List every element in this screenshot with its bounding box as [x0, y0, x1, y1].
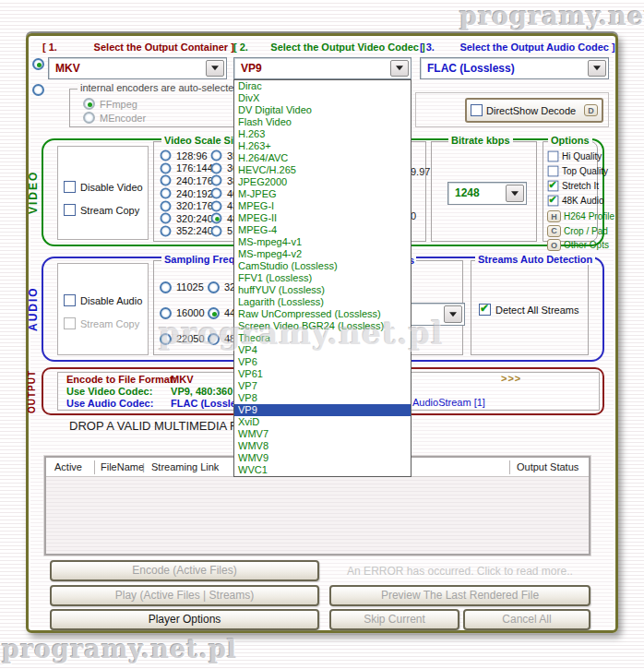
- scale-radio[interactable]: [211, 175, 222, 186]
- video-option-checkbox[interactable]: [548, 165, 559, 176]
- disable-video-row[interactable]: Disable Video: [64, 181, 143, 193]
- sampling-option-row[interactable]: 22050: [160, 326, 205, 352]
- codec-option[interactable]: DivX: [234, 92, 411, 104]
- sampling-option-row[interactable]: 11025: [160, 274, 205, 300]
- scale-option-row[interactable]: 240:176: [160, 174, 213, 187]
- codec-option[interactable]: XviD: [234, 416, 411, 428]
- video-option-row[interactable]: Stretch It: [547, 178, 608, 193]
- scale-radio[interactable]: [161, 150, 172, 161]
- scale-option-row[interactable]: 352:240: [160, 225, 213, 238]
- codec-option[interactable]: MPEG-4: [234, 224, 411, 236]
- video-option-row[interactable]: Top Quality: [547, 163, 608, 178]
- scale-radio[interactable]: [211, 200, 222, 211]
- video-codec-combobox[interactable]: VP9: [233, 57, 411, 79]
- column-output-status[interactable]: Output Status: [517, 461, 578, 472]
- codec-option[interactable]: MS-mpeg4-v2: [234, 248, 411, 260]
- preview-button[interactable]: Preview The Last Rendered File: [329, 585, 590, 606]
- directshow-checkbox[interactable]: [471, 104, 483, 116]
- column-streaming-link[interactable]: Streaming Link: [151, 461, 219, 472]
- codec-option[interactable]: VP6: [234, 356, 411, 368]
- codec-option[interactable]: Raw UnCompressed (Lossless): [234, 308, 411, 320]
- encoder-radio[interactable]: [83, 112, 95, 124]
- codec-option[interactable]: WMV8: [234, 440, 411, 452]
- codec-option[interactable]: huffYUV (Lossless): [234, 284, 411, 296]
- scale-radio[interactable]: [211, 150, 222, 161]
- video-option-letter-button[interactable]: C: [547, 225, 561, 237]
- video-codec-dropdown-list[interactable]: Dirac DivX DV Digital Video Flash Video …: [233, 79, 411, 477]
- encoder-radio[interactable]: [83, 98, 95, 110]
- scale-option-row[interactable]: 176:144: [160, 162, 213, 175]
- scale-radio[interactable]: [211, 225, 222, 236]
- disable-audio-row[interactable]: Disable Audio: [64, 294, 142, 306]
- codec-option[interactable]: WMV9: [234, 452, 411, 464]
- codec-option[interactable]: MPEG-II: [234, 212, 411, 224]
- codec-option[interactable]: VP4: [234, 344, 411, 356]
- codec-option[interactable]: VP9: [234, 404, 411, 416]
- sampling-radio[interactable]: [160, 333, 172, 345]
- detect-all-streams-row[interactable]: Detect All Streams: [479, 304, 578, 316]
- video-option-row[interactable]: 48K Audio: [547, 193, 608, 208]
- scale-radio[interactable]: [161, 175, 172, 186]
- video-option-letter-button[interactable]: O: [547, 239, 561, 251]
- codec-option[interactable]: H.264/AVC: [234, 152, 411, 164]
- sampling-radio[interactable]: [208, 333, 220, 345]
- audio-bitrate-dropdown-arrow-icon[interactable]: [444, 305, 462, 323]
- codec-option[interactable]: Lagarith (Lossless): [234, 296, 411, 308]
- codec-option[interactable]: M-JPEG: [234, 188, 411, 200]
- detect-all-streams-checkbox[interactable]: [479, 304, 491, 316]
- scale-option-row[interactable]: 320:240: [160, 212, 213, 225]
- codec-option[interactable]: Flash Video: [234, 116, 411, 128]
- scale-radio[interactable]: [161, 162, 172, 173]
- codec-option[interactable]: VP7: [234, 380, 411, 392]
- scale-radio[interactable]: [211, 162, 222, 173]
- scale-option-row[interactable]: 320:176: [160, 199, 213, 212]
- codec-option[interactable]: H.263: [234, 128, 411, 140]
- encoder-radio-row[interactable]: FFmpeg: [83, 97, 146, 111]
- codec-option[interactable]: WMV7: [234, 428, 411, 440]
- codec-option[interactable]: DV Digital Video: [234, 104, 411, 116]
- video-option-checkbox[interactable]: [548, 180, 559, 191]
- container-mode-radio-2[interactable]: [32, 84, 44, 96]
- video-stream-copy-checkbox[interactable]: [64, 204, 76, 216]
- audio-codec-dropdown-arrow-icon[interactable]: [588, 60, 606, 77]
- video-option-checkbox[interactable]: [548, 195, 559, 206]
- codec-option[interactable]: Screen Video BGR24 (Lossless): [234, 320, 411, 332]
- skip-current-button[interactable]: Skip Current: [329, 609, 459, 630]
- codec-option[interactable]: H.263+: [234, 140, 411, 152]
- scale-radio[interactable]: [161, 188, 172, 199]
- codec-option[interactable]: MPEG-I: [234, 200, 411, 212]
- audio-bitrate-combobox[interactable]: [410, 303, 465, 326]
- encode-button[interactable]: Encode (Active Files): [50, 560, 319, 581]
- video-option-letter-button[interactable]: H: [547, 210, 561, 222]
- error-message[interactable]: An ERROR has occurred. Click to read mor…: [329, 565, 590, 578]
- video-option-row[interactable]: Hi Quality: [547, 149, 608, 163]
- scale-option-row[interactable]: 128:96: [160, 149, 213, 162]
- scale-radio[interactable]: [211, 188, 222, 199]
- codec-option[interactable]: HEVC/H.265: [234, 164, 411, 176]
- video-option-button-row[interactable]: O Other Opts: [547, 238, 614, 253]
- scale-radio[interactable]: [161, 200, 172, 211]
- directshow-box[interactable]: DirectShow Decode D: [465, 98, 603, 123]
- encoder-radio-row[interactable]: MEncoder: [83, 111, 146, 125]
- bitrate-combobox[interactable]: 1248: [447, 182, 527, 205]
- scale-option-row[interactable]: 240:192: [160, 187, 213, 200]
- video-codec-dropdown-arrow-icon[interactable]: [390, 60, 409, 77]
- disable-video-checkbox[interactable]: [64, 181, 76, 193]
- codec-option[interactable]: MS-mpeg4-v1: [234, 236, 411, 248]
- codec-option[interactable]: CamStudio (Lossless): [234, 260, 411, 272]
- video-stream-copy-row[interactable]: Stream Copy: [64, 204, 139, 216]
- bitrate-dropdown-arrow-icon[interactable]: [506, 185, 524, 202]
- player-options-button[interactable]: Player Options: [50, 609, 319, 630]
- scale-radio[interactable]: [161, 213, 172, 224]
- codec-option[interactable]: WVC1: [234, 464, 411, 476]
- codec-option[interactable]: Theora: [234, 332, 411, 344]
- codec-option[interactable]: VP8: [234, 392, 411, 404]
- directshow-d-button[interactable]: D: [584, 104, 598, 116]
- play-button[interactable]: Play (Active Files | Streams): [50, 585, 319, 606]
- audio-codec-combobox[interactable]: FLAC (Lossless): [420, 57, 609, 79]
- container-mode-radio-1[interactable]: [32, 58, 44, 70]
- scale-radio[interactable]: [211, 213, 222, 224]
- column-active[interactable]: Active: [54, 461, 82, 472]
- codec-option[interactable]: VP61: [234, 368, 411, 380]
- file-table-body[interactable]: [46, 477, 589, 554]
